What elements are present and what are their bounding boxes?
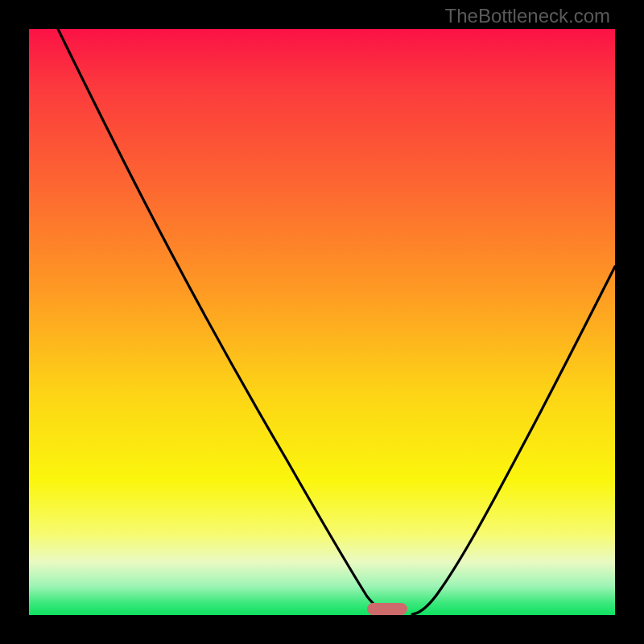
curve-left xyxy=(58,29,393,614)
optimum-marker xyxy=(367,603,407,615)
plot-area xyxy=(29,29,615,615)
chart-frame: TheBottleneck.com xyxy=(0,0,644,644)
watermark-text: TheBottleneck.com xyxy=(445,5,610,27)
bottleneck-curve xyxy=(29,29,615,615)
curve-right xyxy=(412,266,615,614)
